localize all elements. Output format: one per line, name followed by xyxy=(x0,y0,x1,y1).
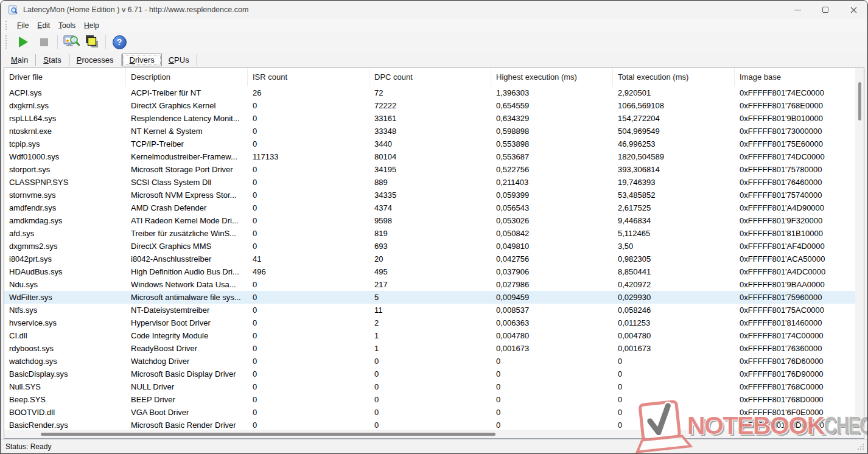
status-text: Status: Ready xyxy=(5,442,51,451)
table-cell: 0,420972 xyxy=(613,278,735,291)
table-cell: 0,553898 xyxy=(491,138,613,150)
tab-drivers[interactable]: Drivers xyxy=(122,54,162,66)
analyze-button[interactable] xyxy=(62,33,80,51)
maximize-button[interactable] xyxy=(811,1,839,19)
menu-edit[interactable]: Edit xyxy=(33,20,54,31)
copy-report-button[interactable] xyxy=(83,33,101,51)
table-cell: 0xFFFFF801'75780000 xyxy=(735,163,864,176)
table-cell: 117133 xyxy=(248,150,369,163)
table-row[interactable]: CI.dllCode Integrity Module010,0047800,0… xyxy=(4,329,864,342)
close-button[interactable] xyxy=(839,1,867,19)
vertical-scrollbar-thumb[interactable] xyxy=(858,82,861,120)
table-cell: 1820,504589 xyxy=(613,150,735,163)
table-row[interactable]: watchdog.sysWatchdog Driver00000xFFFFF80… xyxy=(4,355,864,368)
column-header-isr-count[interactable]: ISR count xyxy=(248,68,369,86)
table-cell: TCP/IP-Treiber xyxy=(126,138,248,150)
horizontal-scrollbar-thumb[interactable] xyxy=(41,433,495,436)
table-cell: 1,396303 xyxy=(491,86,613,99)
table-row[interactable]: WdFilter.sysMicrosoft antimalware file s… xyxy=(4,291,864,304)
start-monitor-button[interactable] xyxy=(14,33,32,51)
stop-monitor-button[interactable] xyxy=(35,33,53,51)
table-cell: 0,004780 xyxy=(613,329,735,342)
table-cell: 0 xyxy=(248,393,369,406)
table-cell: 0 xyxy=(369,406,491,419)
table-cell: 0xFFFFF801'75AC0000 xyxy=(735,304,864,316)
table-row[interactable]: CLASSPNP.SYSSCSI Class System Dll08890,2… xyxy=(4,176,864,189)
menu-help[interactable]: Help xyxy=(80,20,103,31)
table-cell: rspLLL64.sys xyxy=(4,112,126,125)
table-cell: 217 xyxy=(369,278,491,291)
table-cell: 154,272204 xyxy=(613,112,735,125)
table-row[interactable]: dxgkrnl.sysDirectX Graphics Kernel072222… xyxy=(4,99,864,112)
table-cell: 3440 xyxy=(369,138,491,150)
table-cell: 0 xyxy=(491,393,613,406)
table-cell: 0 xyxy=(248,99,369,112)
column-header-description[interactable]: Description xyxy=(126,68,248,86)
table-cell: hvservice.sys xyxy=(4,316,126,329)
table-row[interactable]: amdfendr.sysAMD Crash Defender043740,056… xyxy=(4,201,864,214)
table-row[interactable]: rdyboost.sysReadyBoost Driver010,0016730… xyxy=(4,342,864,355)
vertical-scrollbar[interactable] xyxy=(855,68,864,430)
table-cell: 0 xyxy=(613,368,735,380)
table-cell: High Definition Audio Bus Dri... xyxy=(126,265,248,278)
column-header-total-execution[interactable]: Total execution (ms) xyxy=(613,68,735,86)
table-cell: BEEP Driver xyxy=(126,393,248,406)
table-row[interactable]: storport.sysMicrosoft Storage Port Drive… xyxy=(4,163,864,176)
table-row[interactable]: ACPI.sysACPI-Treiber für NT26721,3963032… xyxy=(4,86,864,99)
table-row[interactable]: Null.SYSNULL Driver00000xFFFFF801'768C00… xyxy=(4,380,864,393)
menu-file[interactable]: File xyxy=(13,20,33,31)
table-row[interactable]: Ntfs.sysNT-Dateisystemtreiber0110,008537… xyxy=(4,304,864,316)
table-cell: rdyboost.sys xyxy=(4,342,126,355)
table-cell: 0,553687 xyxy=(491,150,613,163)
column-header-dpc-count[interactable]: DPC count xyxy=(369,68,491,86)
menu-tools[interactable]: Tools xyxy=(54,20,80,31)
table-row[interactable]: dxgmms2.sysDirectX Graphics MMS06930,049… xyxy=(4,240,864,253)
tab-main[interactable]: Main xyxy=(4,54,35,66)
table-cell: storport.sys xyxy=(4,163,126,176)
table-cell: 0,042756 xyxy=(491,253,613,265)
column-header-highest-execution[interactable]: Highest execution (ms) xyxy=(491,68,613,86)
table-row[interactable]: i8042prt.sysi8042-Anschlusstreiber41200,… xyxy=(4,253,864,265)
column-header-image-base[interactable]: Image base xyxy=(735,68,864,86)
table-cell: tcpip.sys xyxy=(4,138,126,150)
table-cell: ACPI.sys xyxy=(4,86,126,99)
table-row[interactable]: ntoskrnl.exeNT Kernel & System0333480,59… xyxy=(4,125,864,138)
resize-grip-icon[interactable] xyxy=(857,443,864,450)
table-row[interactable]: afd.sysTreiber für zusätzliche WinS...08… xyxy=(4,227,864,240)
table-cell: amdfendr.sys xyxy=(4,201,126,214)
table-cell: 0 xyxy=(248,176,369,189)
table-cell: 0,058246 xyxy=(613,304,735,316)
table-row[interactable]: BOOTVID.dllVGA Boot Driver00000xFFFFF801… xyxy=(4,406,864,419)
tab-cpus[interactable]: CPUs xyxy=(162,54,196,66)
table-cell: Null.SYS xyxy=(4,380,126,393)
table-row[interactable]: stornvme.sysMicrosoft NVM Express Stor..… xyxy=(4,189,864,201)
tab-processes[interactable]: Processes xyxy=(70,54,121,66)
table-row[interactable]: amdkmdag.sysATI Radeon Kernel Mode Dri..… xyxy=(4,214,864,227)
table-row[interactable]: tcpip.sysTCP/IP-Treiber034400,55389846,9… xyxy=(4,138,864,150)
tab-separator xyxy=(197,54,197,66)
column-header-driver-file[interactable]: Driver file xyxy=(4,68,126,86)
tab-stats[interactable]: Stats xyxy=(37,54,68,66)
table-row[interactable]: Ndu.sysWindows Network Data Usa...02170,… xyxy=(4,278,864,291)
table-cell: 46,996253 xyxy=(613,138,735,150)
table-row[interactable]: Beep.SYSBEEP Driver00000xFFFFF801'768D00… xyxy=(4,393,864,406)
table-cell: 0xFFFFF801'76D60000 xyxy=(735,355,864,368)
table-cell: HDAudBus.sys xyxy=(4,265,126,278)
table-row[interactable]: Wdf01000.sysKernelmodustreiber-Framew...… xyxy=(4,150,864,163)
table-row[interactable]: hvservice.sysHypervisor Boot Driver020,0… xyxy=(4,316,864,329)
help-button[interactable]: ? xyxy=(110,33,128,51)
table-cell: 0 xyxy=(248,240,369,253)
table-row[interactable]: HDAudBus.sysHigh Definition Audio Bus Dr… xyxy=(4,265,864,278)
table-cell: 0,982305 xyxy=(613,253,735,265)
minimize-button[interactable] xyxy=(783,1,811,19)
table-row[interactable]: BasicDisplay.sysMicrosoft Basic Display … xyxy=(4,368,864,380)
table-cell: VGA Boot Driver xyxy=(126,406,248,419)
table-cell: NULL Driver xyxy=(126,380,248,393)
table-cell: SCSI Class System Dll xyxy=(126,176,248,189)
horizontal-scrollbar[interactable] xyxy=(4,430,855,438)
table-cell: 0 xyxy=(613,406,735,419)
table-row[interactable]: rspLLL64.sysResplendence Latency Monit..… xyxy=(4,112,864,125)
table-cell: 5,112465 xyxy=(613,227,735,240)
table-cell: 0xFFFFF801'A4D90000 xyxy=(735,201,864,214)
table-cell: 0 xyxy=(248,304,369,316)
